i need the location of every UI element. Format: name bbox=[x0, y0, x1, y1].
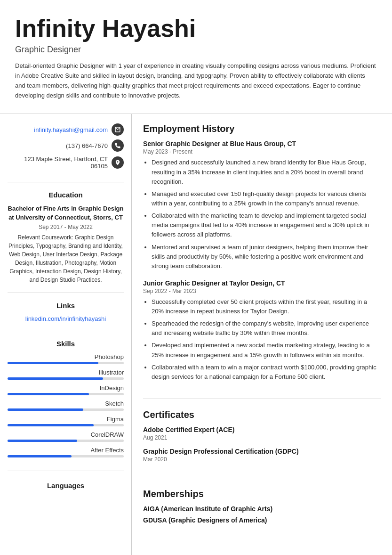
skill-name: After Effects bbox=[8, 447, 124, 454]
cert-name: Graphic Design Professional Certificatio… bbox=[143, 448, 381, 455]
skill-item: Sketch bbox=[8, 400, 124, 411]
bullet: Mentored and supervised a team of junior… bbox=[152, 243, 381, 271]
bullet: Successfully completed over 50 client pr… bbox=[152, 297, 381, 316]
bullet: Managed and executed over 150 high-quali… bbox=[152, 189, 381, 208]
skill-bar-bg bbox=[8, 362, 124, 364]
education-title: Education bbox=[8, 191, 124, 199]
skill-name: Illustrator bbox=[8, 369, 124, 376]
edu-date: Sep 2017 - May 2022 bbox=[8, 224, 124, 230]
bullet: Developed and implemented a new social m… bbox=[152, 341, 381, 359]
job-bullets: Successfully completed over 50 client pr… bbox=[143, 297, 381, 382]
skill-item: CorelDRAW bbox=[8, 431, 124, 442]
skill-name: CorelDRAW bbox=[8, 431, 124, 438]
links-title: Links bbox=[8, 302, 124, 310]
skills-title: Skills bbox=[8, 340, 124, 348]
job-bullets: Designed and successfully launched a new… bbox=[143, 158, 381, 271]
main-layout: infinity.hayashi@gmail.com (137) 664-767… bbox=[0, 114, 392, 555]
contact-section: infinity.hayashi@gmail.com (137) 664-767… bbox=[8, 123, 124, 182]
skill-item: After Effects bbox=[8, 447, 124, 457]
skill-bar-fill bbox=[8, 393, 89, 395]
skill-bar-fill bbox=[8, 408, 83, 411]
cert-date: Mar 2020 bbox=[143, 456, 381, 463]
bullet: Designed and successfully launched a new… bbox=[152, 158, 381, 186]
skill-bar-bg bbox=[8, 393, 124, 395]
linkedin-link[interactable]: linkedin.com/in/infinityhayashi bbox=[8, 315, 124, 322]
employment-section: Employment History Senior Graphic Design… bbox=[143, 123, 381, 399]
cert-entry: Graphic Design Professional Certificatio… bbox=[143, 448, 381, 463]
bullet: Collaborated with the marketing team to … bbox=[152, 211, 381, 239]
skill-item: Photoshop bbox=[8, 353, 124, 364]
phone-icon bbox=[112, 139, 124, 152]
skill-bar-bg bbox=[8, 424, 124, 426]
skills-section: Skills Photoshop Illustrator InDesign Sk… bbox=[8, 340, 124, 471]
memberships-section: Memberships AIGA (American Institute of … bbox=[143, 489, 381, 536]
candidate-name: Infinity Hayashi bbox=[15, 15, 377, 42]
skills-list: Photoshop Illustrator InDesign Sketch Fi… bbox=[8, 353, 124, 457]
skill-bar-fill bbox=[8, 362, 98, 364]
skill-bar-fill bbox=[8, 424, 94, 426]
skill-bar-fill bbox=[8, 455, 72, 457]
job-entry: Junior Graphic Designer at Taylor Design… bbox=[143, 279, 381, 382]
memberships-title: Memberships bbox=[143, 489, 381, 499]
languages-title: Languages bbox=[8, 482, 124, 490]
skill-name: Photoshop bbox=[8, 353, 124, 360]
bullet: Collaborated with a team to win a major … bbox=[152, 363, 381, 382]
skill-item: InDesign bbox=[8, 384, 124, 395]
certificates-title: Certificates bbox=[143, 409, 381, 420]
skill-name: Sketch bbox=[8, 400, 124, 407]
phone-text: (137) 664-7670 bbox=[66, 142, 108, 149]
address-text: 123 Maple Street, Hartford, CT 06105 bbox=[24, 155, 108, 170]
skill-item: Illustrator bbox=[8, 369, 124, 380]
skill-bar-bg bbox=[8, 455, 124, 457]
job-date: May 2023 - Present bbox=[143, 148, 381, 155]
job-date: Sep 2022 - Mar 2023 bbox=[143, 288, 381, 294]
job-entry: Senior Graphic Designer at Blue Haus Gro… bbox=[143, 140, 381, 271]
employment-title: Employment History bbox=[143, 123, 381, 134]
links-section: Links linkedin.com/in/infinityhayashi bbox=[8, 302, 124, 331]
email-item: infinity.hayashi@gmail.com bbox=[8, 123, 124, 136]
job-company: Junior Graphic Designer at Taylor Design… bbox=[143, 279, 381, 287]
header: Infinity Hayashi Graphic Designer Detail… bbox=[0, 0, 392, 114]
content: Employment History Senior Graphic Design… bbox=[132, 114, 392, 555]
jobs-list: Senior Graphic Designer at Blue Haus Gro… bbox=[143, 140, 381, 382]
memberships-list: AIGA (American Institute of Graphic Arts… bbox=[143, 505, 381, 524]
email-text: infinity.hayashi@gmail.com bbox=[34, 126, 108, 133]
edu-coursework: Relevant Coursework: Graphic Design Prin… bbox=[8, 233, 124, 284]
email-icon bbox=[112, 123, 124, 136]
bullet: Spearheaded the redesign of the company'… bbox=[152, 319, 381, 338]
skill-name: Figma bbox=[8, 416, 124, 423]
certs-list: Adobe Certified Expert (ACE) Aug 2021 Gr… bbox=[143, 426, 381, 463]
edu-degree: Bachelor of Fine Arts in Graphic Design … bbox=[8, 204, 124, 221]
member-name: GDUSA (Graphic Designers of America) bbox=[143, 516, 381, 524]
member-name: AIGA (American Institute of Graphic Arts… bbox=[143, 505, 381, 513]
skill-name: InDesign bbox=[8, 384, 124, 392]
location-icon bbox=[112, 156, 124, 169]
cert-name: Adobe Certified Expert (ACE) bbox=[143, 426, 381, 433]
cert-date: Aug 2021 bbox=[143, 434, 381, 441]
skill-item: Figma bbox=[8, 416, 124, 426]
skill-bar-bg bbox=[8, 440, 124, 442]
certificates-section: Certificates Adobe Certified Expert (ACE… bbox=[143, 409, 381, 478]
education-section: Education Bachelor of Fine Arts in Graph… bbox=[8, 191, 124, 293]
sidebar: infinity.hayashi@gmail.com (137) 664-767… bbox=[0, 114, 132, 555]
phone-item: (137) 664-7670 bbox=[8, 139, 124, 152]
job-company: Senior Graphic Designer at Blue Haus Gro… bbox=[143, 140, 381, 147]
skill-bar-fill bbox=[8, 440, 77, 442]
skill-bar-bg bbox=[8, 377, 124, 380]
skill-bar-fill bbox=[8, 377, 103, 380]
languages-section: Languages bbox=[8, 480, 124, 490]
skill-bar-bg bbox=[8, 408, 124, 411]
cert-entry: Adobe Certified Expert (ACE) Aug 2021 bbox=[143, 426, 381, 441]
address-item: 123 Maple Street, Hartford, CT 06105 bbox=[8, 155, 124, 170]
job-title: Graphic Designer bbox=[15, 45, 377, 55]
summary: Detail-oriented Graphic Designer with 1 … bbox=[15, 61, 377, 100]
